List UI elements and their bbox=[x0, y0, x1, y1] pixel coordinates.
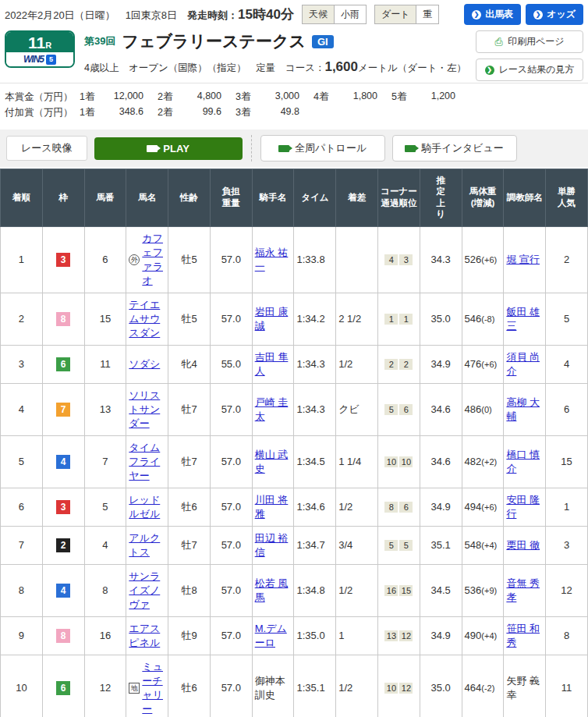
corner-4-position: 1 bbox=[399, 314, 413, 325]
horse-link[interactable]: アルクトス bbox=[129, 531, 165, 559]
last-3f-time: 34.9 bbox=[420, 488, 462, 526]
margin: 3/4 bbox=[336, 526, 378, 564]
finish-time: 1:34.2 bbox=[294, 293, 336, 345]
horse-link[interactable]: レッドルゼル bbox=[129, 493, 165, 521]
horse-number: 4 bbox=[84, 526, 126, 564]
trainer-link[interactable]: 橋口 慎介 bbox=[506, 449, 540, 474]
jockey-link[interactable]: 福永 祐一 bbox=[255, 247, 289, 272]
prize-value: 1,200 bbox=[415, 91, 455, 104]
corner-4-position: 5 bbox=[399, 540, 413, 551]
jockey-link[interactable]: 川田 将雅 bbox=[255, 494, 289, 520]
results-table: 着順枠馬番馬名性齢負担 重量騎手名タイム着差コーナー 通過順位推定上り馬体重 (… bbox=[0, 169, 588, 717]
finish-position: 9 bbox=[1, 616, 43, 655]
body-weight: 536 bbox=[465, 584, 482, 596]
jockey-link[interactable]: 戸崎 圭太 bbox=[255, 396, 289, 422]
horse-link[interactable]: サンライズノヴァ bbox=[129, 570, 165, 612]
horse-link[interactable]: エアスピネル bbox=[129, 622, 165, 650]
finish-time: 1:34.3 bbox=[294, 345, 336, 383]
jockey-link[interactable]: 横山 武史 bbox=[255, 449, 289, 474]
arrow-circle-icon: ❯ bbox=[472, 10, 481, 20]
jockey-link[interactable]: 田辺 裕信 bbox=[255, 532, 289, 558]
body-weight-diff: (+2) bbox=[481, 457, 497, 467]
waku-badge: 8 bbox=[56, 629, 70, 643]
video-camera-icon bbox=[405, 145, 416, 152]
results-table-header: 着順枠馬番馬名性齢負担 重量騎手名タイム着差コーナー 通過順位推定上り馬体重 (… bbox=[1, 169, 588, 227]
trainer-cell: 堀 宣行 bbox=[504, 226, 546, 293]
carried-weight: 57.0 bbox=[210, 293, 252, 345]
horse-link[interactable]: タイムフライヤー bbox=[129, 441, 165, 483]
trainer-link[interactable]: 栗田 徹 bbox=[506, 539, 540, 551]
entries-button[interactable]: ❯出馬表 bbox=[464, 4, 521, 25]
corner-3-position: 5 bbox=[384, 404, 398, 415]
horse-name-cell: 地ミューチャリー bbox=[126, 655, 168, 717]
corner-3-position: 5 bbox=[384, 540, 398, 551]
trainer-link[interactable]: 飯田 雄三 bbox=[506, 306, 540, 332]
corner-order-cell: 1010 bbox=[378, 435, 420, 488]
print-page-button[interactable]: ⎙印刷用ページ bbox=[476, 30, 583, 53]
jockey-link[interactable]: 吉田 隼人 bbox=[255, 351, 289, 377]
jockey-link[interactable]: 松若 風馬 bbox=[255, 577, 289, 603]
horse-link[interactable]: ミューチャリー bbox=[142, 660, 165, 716]
result-guide-button[interactable]: ❯レース結果の見方 bbox=[476, 59, 583, 81]
trainer-link[interactable]: 須貝 尚介 bbox=[506, 351, 540, 377]
prize-value: 4,800 bbox=[181, 91, 221, 104]
result-row: 848サンライズノヴァ牡857.0松若 風馬1:34.81/2161534.55… bbox=[1, 564, 588, 616]
horse-link[interactable]: テイエムサウスダン bbox=[129, 298, 165, 340]
finish-position: 3 bbox=[1, 345, 43, 383]
last-3f-time: 34.6 bbox=[420, 383, 462, 435]
win-favorite-rank: 4 bbox=[546, 345, 588, 383]
jockey-link[interactable]: 岩田 康誠 bbox=[255, 306, 289, 332]
win-favorite-rank: 5 bbox=[546, 293, 588, 345]
corner-3-position: 10 bbox=[384, 456, 398, 467]
play-button[interactable]: PLAY bbox=[94, 137, 243, 160]
corner-4-position: 6 bbox=[399, 404, 413, 415]
jockey-link[interactable]: M.デムーロ bbox=[255, 623, 287, 648]
horse-link[interactable]: ソダシ bbox=[129, 357, 160, 371]
trainer-link[interactable]: 堀 宣行 bbox=[506, 254, 540, 265]
jockey-cell: 川田 将雅 bbox=[252, 488, 294, 526]
waku-cell: 8 bbox=[42, 616, 84, 655]
corner-3-position: 1 bbox=[384, 314, 398, 325]
course-label: コース： bbox=[285, 62, 325, 73]
prize-value: 3,000 bbox=[259, 91, 299, 104]
waku-cell: 3 bbox=[42, 488, 84, 526]
race-number: 11 bbox=[28, 34, 45, 51]
trainer-link[interactable]: 音無 秀孝 bbox=[506, 577, 540, 603]
jockey-interview-button[interactable]: 騎手インタビュー bbox=[392, 135, 517, 162]
guide-button-label: レース結果の見方 bbox=[499, 63, 575, 76]
trainer-link[interactable]: 高柳 大輔 bbox=[506, 396, 540, 422]
patrol-video-button[interactable]: 全周パトロール bbox=[260, 135, 385, 162]
results-header-2: 馬番 bbox=[84, 169, 126, 227]
horse-name-cell: 外カフェファラオ bbox=[126, 226, 168, 293]
prize-item: 3着3,000 bbox=[236, 91, 310, 104]
horse-link[interactable]: カフェファラオ bbox=[142, 232, 165, 288]
corner-order-cell: 1012 bbox=[378, 655, 420, 717]
prize-value: 348.6 bbox=[103, 106, 143, 119]
odds-button[interactable]: ❯オッズ bbox=[526, 4, 583, 25]
horse-name-wrap: アルクトス bbox=[129, 531, 165, 559]
last-3f-time: 34.5 bbox=[420, 564, 462, 616]
prize-main-items: 1着12,0002着4,8003着3,0004着1,8005着1,200 bbox=[80, 91, 469, 104]
corner-order-cell: 1312 bbox=[378, 616, 420, 655]
horse-name-cell: テイエムサウスダン bbox=[126, 293, 168, 345]
results-header-12: 調教師名 bbox=[504, 169, 546, 227]
body-weight-cell: 486(0) bbox=[462, 383, 504, 435]
prize-item: 4着1,800 bbox=[313, 91, 388, 104]
horse-link[interactable]: ソリストサンダー bbox=[129, 389, 165, 431]
carried-weight: 57.0 bbox=[210, 655, 252, 717]
waku-cell: 4 bbox=[42, 564, 84, 616]
results-header-1: 枠 bbox=[42, 169, 84, 227]
prize-rank: 4着 bbox=[313, 91, 337, 104]
trainer-link[interactable]: 笹田 和秀 bbox=[506, 623, 540, 648]
sex-age: 牡6 bbox=[168, 655, 211, 717]
body-weight: 476 bbox=[465, 358, 482, 370]
trainer-link[interactable]: 安田 隆行 bbox=[506, 494, 540, 520]
horse-name-wrap: レッドルゼル bbox=[129, 493, 165, 521]
horse-name-wrap: サンライズノヴァ bbox=[129, 570, 165, 612]
horse-number: 16 bbox=[84, 616, 126, 655]
waku-badge: 8 bbox=[56, 312, 70, 326]
results-header-11: 馬体重 (増減) bbox=[462, 169, 504, 227]
prize-value: 49.8 bbox=[259, 106, 299, 119]
last-3f-time: 35.0 bbox=[420, 655, 462, 717]
vertical-header-text: 推定上り bbox=[436, 175, 446, 220]
